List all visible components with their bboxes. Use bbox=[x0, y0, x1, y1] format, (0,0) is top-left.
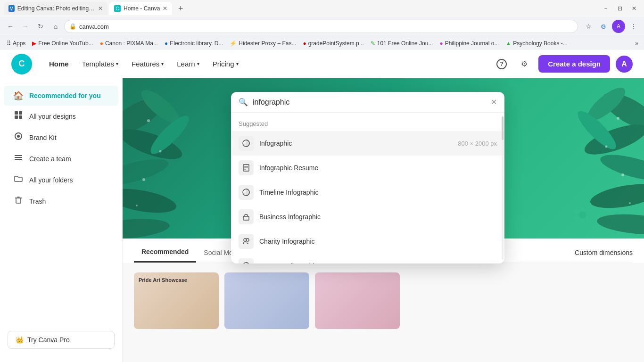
business-icon bbox=[239, 209, 254, 224]
search-item-timeline[interactable]: Timeline Infographic bbox=[231, 180, 504, 205]
lib-icon: ● bbox=[165, 40, 168, 47]
search-clear-button[interactable]: ✕ bbox=[491, 98, 497, 107]
help-button[interactable]: ? bbox=[493, 56, 510, 73]
search-item-process[interactable]: Process Infographic bbox=[231, 254, 504, 263]
svg-point-12 bbox=[123, 154, 171, 191]
pricing-chevron-icon: ▾ bbox=[236, 61, 239, 66]
timeline-icon bbox=[239, 185, 254, 200]
home-button[interactable]: ⌂ bbox=[49, 20, 62, 33]
search-item-resume[interactable]: Infographic Resume bbox=[231, 156, 504, 180]
design-card-3[interactable] bbox=[315, 272, 400, 329]
svg-point-16 bbox=[123, 216, 170, 239]
browser-tab-2[interactable]: C Home - Canva ✕ bbox=[109, 2, 172, 15]
bookmark-apps[interactable]: ⠿ Apps bbox=[4, 39, 28, 48]
menu-icon[interactable]: ⋮ bbox=[627, 20, 640, 33]
nav-links: Home Templates ▾ Features ▾ Learn ▾ Pric… bbox=[43, 56, 244, 72]
sidebar-item-trash[interactable]: Trash bbox=[4, 190, 118, 212]
business-label: Business Infographic bbox=[259, 213, 497, 221]
user-avatar[interactable]: A bbox=[616, 56, 633, 73]
resume-icon bbox=[239, 160, 254, 175]
star-icon[interactable]: ☆ bbox=[582, 20, 595, 33]
bookmark-101[interactable]: ✎ 101 Free Online Jou... bbox=[368, 39, 436, 48]
back-button[interactable]: ← bbox=[4, 20, 17, 33]
design-card-2[interactable] bbox=[224, 272, 309, 329]
design-card-1[interactable]: Pride Art Showcase bbox=[134, 272, 219, 329]
maximize-button[interactable]: ⊡ bbox=[614, 2, 626, 15]
team-icon bbox=[13, 153, 24, 165]
address-text: canva.com bbox=[79, 23, 109, 30]
browser-tab-1[interactable]: M Editing Canva: Photo editing too... ✕ bbox=[4, 2, 107, 15]
refresh-button[interactable]: ↻ bbox=[34, 20, 47, 33]
minimize-button[interactable]: − bbox=[600, 2, 612, 15]
canva-logo[interactable]: C bbox=[11, 54, 32, 74]
tab1-close[interactable]: ✕ bbox=[98, 5, 103, 12]
bookmark-canon[interactable]: ● Canon : PIXMA Ma... bbox=[97, 39, 161, 48]
sidebar-item-folders[interactable]: All your folders bbox=[4, 169, 118, 190]
close-button[interactable]: ✕ bbox=[628, 2, 640, 15]
sidebar-item-recommended[interactable]: 🏠 Recommended for you bbox=[4, 86, 118, 106]
svg-rect-0 bbox=[15, 111, 18, 115]
search-item-infographic[interactable]: Infographic 800 × 2000 px bbox=[231, 131, 504, 156]
gps-icon: ● bbox=[303, 40, 306, 47]
custom-dimensions-link[interactable]: Custom dimensions bbox=[575, 243, 633, 262]
bookmark-youtube[interactable]: ▶ Free Online YouTub... bbox=[29, 39, 96, 48]
svg-point-32 bbox=[579, 211, 586, 219]
search-input[interactable] bbox=[253, 98, 486, 107]
bookmarks-bar: ⠿ Apps ▶ Free Online YouTub... ● Canon :… bbox=[0, 36, 644, 50]
search-scrollbar[interactable] bbox=[502, 116, 504, 260]
sidebar-item-brand[interactable]: Brand Kit bbox=[4, 127, 118, 148]
user-account-icon[interactable]: A bbox=[612, 20, 625, 33]
sidebar-folders-label: All your folders bbox=[29, 176, 73, 184]
tab2-title: Home - Canva bbox=[124, 5, 160, 12]
search-icon: 🔍 bbox=[239, 98, 248, 107]
apps-icon: ⠿ bbox=[7, 40, 11, 47]
more-bookmarks-button[interactable]: » bbox=[633, 39, 640, 48]
svg-point-18 bbox=[159, 150, 162, 153]
nav-learn[interactable]: Learn ▾ bbox=[171, 56, 205, 72]
tab-recommended[interactable]: Recommended bbox=[134, 242, 196, 263]
forward-button[interactable]: → bbox=[19, 20, 32, 33]
search-item-business[interactable]: Business Infographic bbox=[231, 205, 504, 229]
brand-icon bbox=[13, 132, 24, 143]
settings-button[interactable]: ⚙ bbox=[516, 56, 533, 73]
bookmark-elibrary[interactable]: ● Electronic library. D... bbox=[162, 39, 226, 48]
tab2-close[interactable]: ✕ bbox=[163, 5, 167, 12]
svg-point-37 bbox=[575, 216, 579, 221]
nav-templates[interactable]: Templates ▾ bbox=[76, 56, 124, 72]
bookmark-philippine[interactable]: ● Philippine Journal o... bbox=[437, 39, 502, 48]
svg-rect-3 bbox=[19, 115, 22, 119]
create-design-button[interactable]: Create a design bbox=[538, 55, 610, 73]
svg-point-14 bbox=[123, 184, 178, 217]
svg-point-34 bbox=[586, 209, 591, 214]
search-scrollbar-thumb[interactable] bbox=[502, 116, 504, 140]
search-section-label: Suggested bbox=[231, 116, 504, 131]
nav-home[interactable]: Home bbox=[43, 56, 74, 72]
sidebar-item-team[interactable]: Create a team bbox=[4, 148, 118, 169]
bookmark-gps[interactable]: ● gradePointSystem.p... bbox=[300, 39, 366, 48]
hidester-icon: ⚡ bbox=[230, 40, 237, 47]
help-icon: ? bbox=[496, 59, 507, 69]
address-bar[interactable]: 🔒 canva.com bbox=[64, 20, 578, 33]
nav-features[interactable]: Features ▾ bbox=[126, 56, 169, 72]
bookmark-psych[interactable]: ▲ Psychology Books -... bbox=[503, 39, 570, 48]
svg-point-17 bbox=[147, 119, 150, 122]
svg-point-5 bbox=[17, 135, 20, 138]
svg-rect-7 bbox=[15, 157, 22, 158]
nav-pricing[interactable]: Pricing ▾ bbox=[207, 56, 244, 72]
svg-point-27 bbox=[596, 212, 644, 238]
101-icon: ✎ bbox=[371, 40, 375, 47]
google-icon[interactable]: G bbox=[597, 20, 610, 33]
browser-toolbar: ← → ↻ ⌂ 🔒 canva.com ☆ G A ⋮ bbox=[0, 17, 644, 36]
search-input-row: 🔍 ✕ bbox=[231, 92, 504, 113]
svg-point-38 bbox=[575, 209, 579, 214]
sidebar-item-designs[interactable]: All your designs bbox=[4, 106, 118, 127]
bookmark-hidester[interactable]: ⚡ Hidester Proxy – Fas... bbox=[227, 39, 299, 48]
sidebar-brand-label: Brand Kit bbox=[29, 134, 57, 141]
yt-icon: ▶ bbox=[32, 40, 36, 47]
gear-icon: ⚙ bbox=[521, 59, 528, 68]
search-modal: 🔍 ✕ Suggested Infographic 800 × 2000 px bbox=[231, 92, 504, 263]
try-pro-button[interactable]: 👑 Try Canva Pro bbox=[8, 331, 115, 349]
svg-point-25 bbox=[588, 180, 644, 212]
new-tab-button[interactable]: + bbox=[174, 2, 187, 15]
search-item-charity[interactable]: Charity Infographic bbox=[231, 229, 504, 254]
